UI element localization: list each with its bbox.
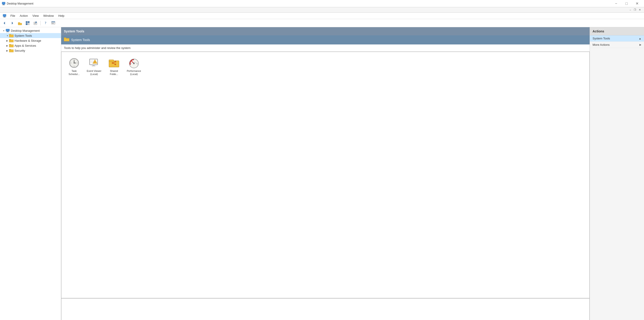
content-body: System Tools Tools to help you administe…: [61, 35, 590, 320]
svg-rect-0: [2, 2, 5, 4]
svg-marker-7: [12, 22, 13, 24]
actions-item-system-tools[interactable]: System Tools ▲: [590, 35, 644, 42]
performance-icon: [128, 58, 139, 68]
content-bottom-panel: [61, 298, 590, 320]
expand-arrow-apps: ▶: [6, 44, 9, 47]
tool-event-viewer[interactable]: ! Event Viewer(Local): [85, 56, 103, 78]
window-title: Desktop Management: [7, 2, 611, 5]
svg-rect-21: [6, 29, 10, 31]
svg-point-55: [115, 61, 116, 62]
svg-rect-25: [9, 34, 11, 35]
svg-point-54: [112, 62, 113, 64]
expand-arrow-system-tools: ▾: [6, 34, 9, 37]
svg-rect-51: [92, 66, 96, 66]
chevron-up-icon: ▲: [639, 37, 641, 40]
sidebar: ▾ Desktop Management ▾ System Tools: [0, 27, 61, 320]
content-section-folder-icon: [64, 37, 69, 42]
svg-rect-2: [2, 5, 5, 5]
svg-rect-13: [28, 23, 30, 25]
svg-point-56: [115, 64, 116, 65]
svg-point-61: [133, 63, 134, 64]
sidebar-root[interactable]: ▾ Desktop Management: [0, 28, 61, 33]
event-viewer-label: Event Viewer(Local): [87, 69, 102, 76]
window-controls: − □ ✕: [611, 0, 642, 7]
sidebar-label-apps: Apps & Services: [14, 44, 36, 47]
svg-point-42: [74, 62, 74, 64]
sidebar-item-security[interactable]: ▶ Security: [0, 48, 61, 53]
shared-folders-icon: [108, 58, 120, 68]
expand-arrow-root: ▾: [2, 30, 6, 32]
svg-rect-19: [52, 22, 55, 22]
tool-performance[interactable]: Performance(Local): [125, 56, 143, 78]
toolbar-separator: [40, 21, 40, 26]
actions-header: Actions: [590, 27, 644, 35]
svg-rect-12: [26, 23, 28, 25]
svg-text:!: !: [95, 61, 96, 63]
actions-item-more-actions[interactable]: More Actions ▶: [590, 42, 644, 48]
chevron-right-icon: ▶: [640, 43, 641, 46]
content-description: Tools to help you administer and review …: [61, 44, 590, 52]
computer-icon: [6, 29, 10, 32]
sub-close-button[interactable]: ✕: [638, 8, 642, 11]
app-icon: [2, 2, 6, 6]
menu-app-icon: [1, 14, 8, 18]
actions-panel: Actions System Tools ▲ More Actions ▶: [590, 27, 644, 320]
maximize-button[interactable]: □: [621, 0, 632, 7]
svg-rect-1: [3, 4, 4, 5]
actions-system-tools-label: System Tools: [592, 37, 610, 40]
menu-bar: File Action View Window Help: [0, 13, 644, 19]
actions-more-actions-label: More Actions: [592, 43, 610, 46]
menu-action[interactable]: Action: [18, 13, 30, 18]
sub-minimize-button[interactable]: −: [628, 8, 632, 11]
task-scheduler-label: TaskSchedul...: [69, 69, 80, 76]
svg-rect-5: [4, 17, 6, 18]
export-button[interactable]: [32, 20, 39, 26]
sidebar-item-system-tools[interactable]: ▾ System Tools: [0, 33, 61, 38]
sidebar-root-label: Desktop Management: [11, 29, 40, 32]
menu-window[interactable]: Window: [41, 13, 56, 18]
tool-shared-folders[interactable]: SharedFolde...: [105, 56, 123, 78]
close-button[interactable]: ✕: [632, 0, 642, 7]
sidebar-item-apps-services[interactable]: ▶ Apps & Services: [0, 43, 61, 48]
menu-help[interactable]: Help: [56, 13, 66, 18]
up-button[interactable]: [16, 20, 24, 26]
content-icons-area: TaskSchedul...: [61, 52, 590, 298]
sidebar-item-hardware-storage[interactable]: ▶ Hardware & Storage: [0, 38, 61, 43]
folder-icon-security: [9, 49, 14, 52]
sidebar-label-security: Security: [14, 49, 25, 52]
forward-button[interactable]: [8, 20, 16, 26]
svg-rect-33: [64, 38, 66, 39]
svg-rect-50: [93, 65, 94, 66]
folder-icon-system-tools: [9, 34, 14, 38]
expand-arrow-hardware: ▶: [6, 40, 9, 42]
menu-view[interactable]: View: [30, 13, 41, 18]
toolbar: ?: [0, 19, 644, 27]
console-button[interactable]: [50, 20, 57, 26]
content-header: System Tools: [61, 27, 590, 35]
sidebar-label-hardware: Hardware & Storage: [14, 39, 41, 42]
help-button[interactable]: ?: [42, 20, 49, 26]
svg-rect-4: [4, 16, 5, 17]
svg-rect-23: [6, 32, 9, 32]
menu-file[interactable]: File: [8, 13, 18, 18]
folder-icon-hardware: [9, 39, 14, 42]
sub-restore-button[interactable]: ❐: [632, 8, 638, 11]
svg-rect-22: [7, 31, 8, 32]
tool-task-scheduler[interactable]: TaskSchedul...: [65, 56, 83, 78]
back-button[interactable]: [1, 20, 8, 26]
svg-rect-31: [9, 49, 11, 50]
show-hide-button[interactable]: [24, 20, 31, 26]
svg-rect-27: [9, 39, 11, 40]
content-section-title: System Tools: [71, 38, 90, 42]
minimize-button[interactable]: −: [611, 0, 621, 7]
content-section: System Tools: [61, 35, 590, 44]
shared-folders-label: SharedFolde...: [110, 69, 118, 76]
svg-marker-6: [4, 22, 5, 24]
content-area: System Tools System Tools Tools to help …: [61, 27, 590, 320]
svg-rect-20: [52, 23, 54, 24]
event-viewer-icon: !: [88, 58, 100, 68]
title-bar: Desktop Management − □ ✕: [0, 0, 644, 7]
svg-rect-53: [109, 60, 114, 62]
svg-rect-3: [3, 14, 6, 16]
svg-rect-29: [9, 44, 11, 45]
